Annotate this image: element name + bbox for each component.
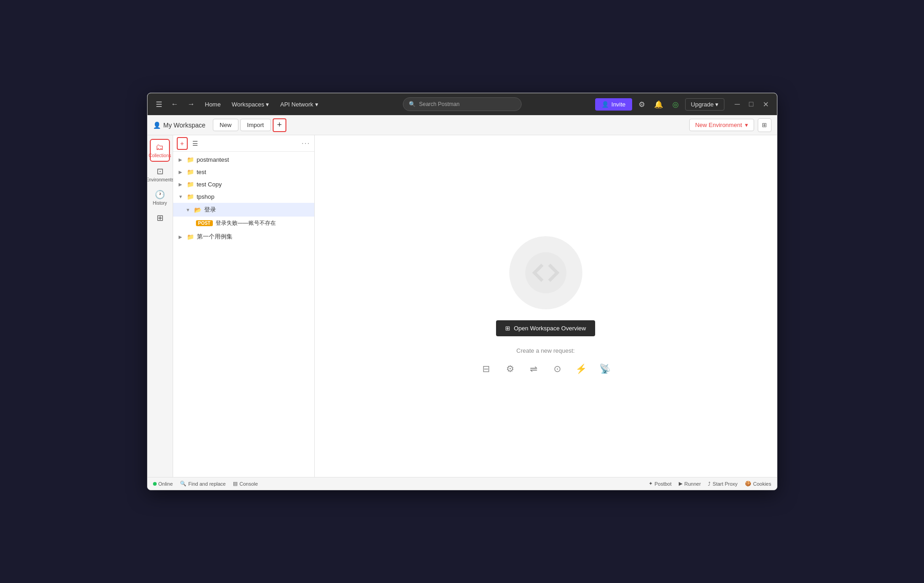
create-request-label: Create a new request:	[517, 347, 575, 354]
workspace-graphic	[509, 236, 582, 309]
runner-button[interactable]: ▶ Runner	[679, 481, 701, 487]
workspace-actions: New Import +	[213, 118, 286, 132]
workspaces-chevron-icon: ▾	[266, 101, 269, 108]
api-network-chevron-icon: ▾	[315, 101, 318, 108]
title-bar: ☰ ← → Home Workspaces ▾ API Network ▾ 🔍 …	[148, 93, 777, 115]
overview-link-icon: ⊞	[505, 325, 510, 332]
collections-toolbar: + ☰ ···	[173, 135, 314, 152]
maximize-button[interactable]: □	[746, 99, 756, 109]
http-request-icon[interactable]: ⊟	[479, 361, 494, 376]
avatar-button[interactable]: ◎	[670, 98, 681, 111]
collection-icon: 📁	[187, 193, 194, 200]
chevron-right-icon: ▶	[179, 170, 184, 175]
workspace-name[interactable]: 👤 My Workspace	[153, 122, 206, 129]
status-bar: Online 🔍 Find and replace ▤ Console ✦ Po…	[148, 477, 777, 490]
search-bar[interactable]: 🔍 Search Postman	[403, 97, 522, 111]
environment-selector[interactable]: New Environment ▾	[689, 119, 754, 131]
list-item[interactable]: ▼ 📁 tpshop	[173, 191, 314, 203]
grpc-icon[interactable]: ⇌	[527, 361, 541, 376]
workspace-bar: 👤 My Workspace New Import + New Environm…	[148, 115, 777, 135]
search-icon: 🔍	[409, 101, 416, 107]
collection-icon: 📁	[187, 181, 194, 188]
postbot-button[interactable]: ✦ Postbot	[649, 481, 671, 487]
upgrade-chevron-icon: ▾	[715, 101, 718, 108]
sidebar-icons: 🗂 Collections ⊡ Environments 🕐 History ⊞	[148, 135, 173, 477]
proxy-icon: ⤴	[708, 481, 711, 487]
collection-icon: 📁	[187, 233, 194, 240]
sidebar-item-mock[interactable]: ⊞	[150, 210, 170, 227]
close-button[interactable]: ✕	[760, 99, 771, 110]
new-button[interactable]: New	[213, 119, 238, 131]
find-icon: 🔍	[180, 481, 186, 487]
import-button[interactable]: Import	[240, 119, 271, 131]
workspace-overview-button[interactable]: ⊞	[758, 118, 771, 132]
new-collection-button[interactable]: +	[177, 137, 188, 150]
postbot-icon: ✦	[649, 481, 653, 487]
upgrade-button[interactable]: Upgrade ▾	[685, 98, 725, 111]
list-item[interactable]: ▼ 📂 登录	[173, 203, 314, 217]
notifications-button[interactable]: 🔔	[651, 98, 666, 111]
chevron-right-icon: ▶	[179, 234, 184, 239]
list-item[interactable]: ▶ 📁 test Copy	[173, 178, 314, 191]
add-tab-button[interactable]: +	[273, 118, 286, 132]
socketio-icon[interactable]: ⚡	[574, 361, 589, 376]
runner-icon: ▶	[679, 481, 682, 487]
workspace-icon: 👤	[153, 122, 161, 129]
mock-icon: ⊞	[157, 213, 164, 223]
chevron-right-icon: ▶	[179, 157, 184, 162]
graphql-icon[interactable]: ⚙	[503, 361, 517, 376]
find-replace-button[interactable]: 🔍 Find and replace	[180, 481, 226, 487]
main-layout: 🗂 Collections ⊡ Environments 🕐 History ⊞…	[148, 135, 777, 477]
title-bar-right: 👤 Invite ⚙ 🔔 ◎ Upgrade ▾ ─ □ ✕	[525, 98, 771, 111]
settings-button[interactable]: ⚙	[636, 98, 648, 111]
online-dot	[153, 482, 157, 486]
sidebar-item-history[interactable]: 🕐 History	[150, 187, 170, 208]
list-item[interactable]: ▶ 📁 第一个用例集	[173, 230, 314, 244]
list-item[interactable]: ▶ 📁 postmantest	[173, 154, 314, 166]
minimize-button[interactable]: ─	[732, 99, 742, 109]
method-badge: POST	[196, 220, 213, 226]
workspace-logo	[523, 250, 569, 296]
collection-icon: 📁	[187, 169, 194, 175]
history-icon: 🕐	[155, 190, 165, 200]
chevron-down-icon: ▼	[179, 194, 184, 199]
filter-collections-button[interactable]: ☰	[190, 138, 201, 149]
sidebar-item-collections[interactable]: 🗂 Collections	[150, 139, 170, 162]
list-item[interactable]: POST 登录失败——账号不存在	[173, 217, 314, 230]
back-button[interactable]: ←	[169, 98, 181, 110]
menu-button[interactable]: ☰	[153, 98, 165, 111]
list-item[interactable]: ▶ 📁 test	[173, 166, 314, 178]
collection-icon: 📁	[187, 156, 194, 163]
cookies-button[interactable]: 🍪 Cookies	[745, 481, 771, 487]
console-button[interactable]: ▤ Console	[233, 481, 258, 487]
open-workspace-overview-button[interactable]: ⊞ Open Workspace Overview	[496, 320, 595, 336]
collections-panel: + ☰ ··· ▶ 📁 postmantest ▶ 📁 test ▶	[173, 135, 315, 477]
online-status[interactable]: Online	[153, 481, 173, 487]
home-nav[interactable]: Home	[201, 99, 225, 110]
workspaces-nav[interactable]: Workspaces ▾	[228, 99, 273, 110]
sidebar-item-environments[interactable]: ⊡ Environments	[150, 164, 170, 185]
title-bar-left: ☰ ← → Home Workspaces ▾ API Network ▾	[153, 98, 399, 111]
start-proxy-button[interactable]: ⤴ Start Proxy	[708, 481, 737, 487]
window-controls: ─ □ ✕	[732, 99, 771, 110]
invite-button[interactable]: 👤 Invite	[595, 98, 632, 111]
main-content: ⊞ Open Workspace Overview Create a new r…	[315, 135, 777, 477]
cookies-icon: 🍪	[745, 481, 751, 487]
chevron-right-icon: ▶	[179, 182, 184, 187]
request-type-icons: ⊟ ⚙ ⇌ ⊙ ⚡ 📡	[479, 361, 612, 376]
svg-point-0	[525, 252, 566, 293]
console-icon: ▤	[233, 481, 238, 487]
more-options-button[interactable]: ···	[301, 139, 310, 148]
collections-list: ▶ 📁 postmantest ▶ 📁 test ▶ 📁 test Copy ▼	[173, 152, 314, 477]
environments-icon: ⊡	[157, 166, 164, 176]
api-network-nav[interactable]: API Network ▾	[276, 99, 322, 110]
forward-button[interactable]: →	[185, 98, 198, 110]
env-chevron-icon: ▾	[745, 122, 748, 128]
overview-icon: ⊞	[762, 122, 767, 128]
mqtt-icon[interactable]: 📡	[598, 361, 612, 376]
folder-icon: 📂	[194, 207, 201, 213]
collections-icon: 🗂	[156, 143, 164, 152]
invite-icon: 👤	[602, 101, 609, 108]
websocket-icon[interactable]: ⊙	[550, 361, 565, 376]
chevron-down-icon: ▼	[186, 207, 191, 212]
